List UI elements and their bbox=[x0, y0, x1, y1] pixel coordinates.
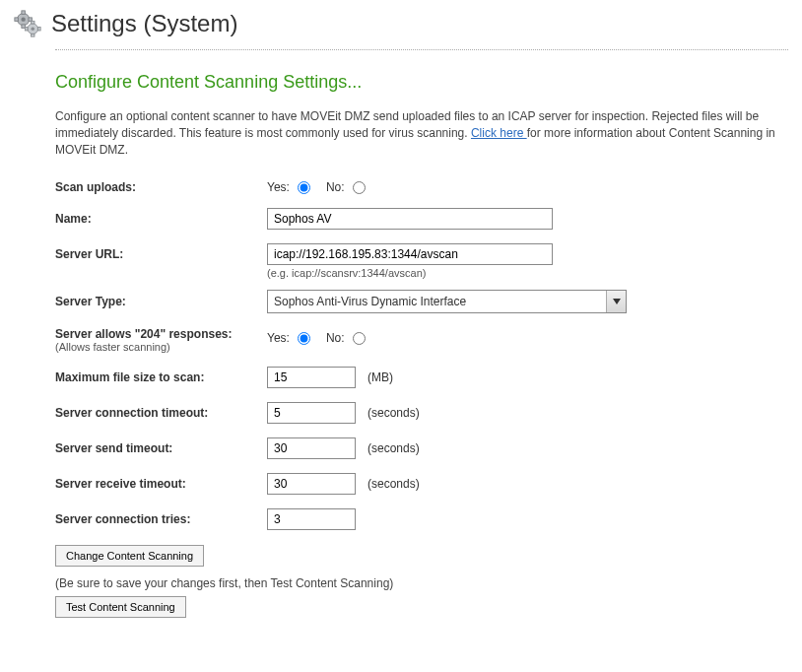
allows-204-label: Server allows "204" responses: (Allows f… bbox=[55, 327, 267, 353]
section-title: Configure Content Scanning Settings... bbox=[55, 72, 788, 93]
server-type-value: Sophos Anti-Virus Dynamic Interface bbox=[267, 290, 627, 313]
seconds-unit-1: (seconds) bbox=[368, 406, 420, 420]
test-content-scanning-button[interactable]: Test Content Scanning bbox=[55, 596, 186, 618]
svg-marker-12 bbox=[613, 299, 621, 304]
recv-timeout-input[interactable] bbox=[267, 473, 356, 495]
conn-tries-label: Server connection tries: bbox=[55, 512, 267, 526]
conn-timeout-label: Server connection timeout: bbox=[55, 406, 267, 420]
name-label: Name: bbox=[55, 212, 267, 226]
svg-point-5 bbox=[21, 17, 25, 21]
allows-204-sublabel: (Allows faster scanning) bbox=[55, 341, 267, 353]
gear-icon bbox=[14, 10, 41, 37]
name-input[interactable] bbox=[267, 208, 553, 230]
svg-rect-10 bbox=[38, 28, 41, 32]
svg-rect-4 bbox=[29, 18, 33, 22]
server-url-hint: (e.g. icap://scansrv:1344/avscan) bbox=[267, 267, 788, 279]
max-file-size-label: Maximum file size to scan: bbox=[55, 370, 267, 384]
server-type-label: Server Type: bbox=[55, 295, 267, 308]
scan-uploads-yes-radio[interactable] bbox=[298, 181, 310, 194]
svg-rect-7 bbox=[32, 21, 35, 24]
svg-rect-1 bbox=[22, 11, 26, 15]
no-label-204: No: bbox=[326, 331, 345, 345]
recv-timeout-label: Server receive timeout: bbox=[55, 477, 267, 491]
send-timeout-label: Server send timeout: bbox=[55, 441, 267, 455]
allows-204-yes-radio[interactable] bbox=[298, 332, 310, 345]
scan-uploads-no-radio[interactable] bbox=[353, 181, 366, 194]
no-label: No: bbox=[326, 180, 345, 194]
chevron-down-icon bbox=[606, 291, 626, 312]
intro-text: Configure an optional content scanner to… bbox=[55, 108, 788, 158]
server-url-label: Server URL: bbox=[55, 247, 267, 261]
yes-label-204: Yes: bbox=[267, 331, 290, 345]
server-type-select[interactable]: Sophos Anti-Virus Dynamic Interface bbox=[267, 290, 627, 313]
max-file-size-input[interactable] bbox=[267, 367, 356, 388]
svg-rect-8 bbox=[32, 34, 35, 37]
yes-label: Yes: bbox=[267, 180, 290, 194]
server-url-input[interactable] bbox=[267, 243, 553, 265]
svg-rect-9 bbox=[25, 28, 28, 32]
save-first-note: (Be sure to save your changes first, the… bbox=[55, 576, 788, 590]
svg-rect-2 bbox=[22, 25, 26, 29]
conn-timeout-input[interactable] bbox=[267, 402, 356, 424]
seconds-unit-2: (seconds) bbox=[368, 441, 420, 455]
send-timeout-input[interactable] bbox=[267, 437, 356, 459]
allows-204-no-radio[interactable] bbox=[353, 332, 366, 345]
click-here-link[interactable]: Click here bbox=[471, 126, 527, 140]
seconds-unit-3: (seconds) bbox=[368, 477, 420, 491]
svg-point-11 bbox=[32, 28, 35, 32]
mb-unit: (MB) bbox=[368, 370, 393, 384]
scan-uploads-label: Scan uploads: bbox=[55, 180, 267, 194]
page-title: Settings (System) bbox=[51, 10, 237, 37]
change-content-scanning-button[interactable]: Change Content Scanning bbox=[55, 545, 204, 567]
conn-tries-input[interactable] bbox=[267, 508, 356, 530]
svg-rect-3 bbox=[15, 18, 19, 22]
